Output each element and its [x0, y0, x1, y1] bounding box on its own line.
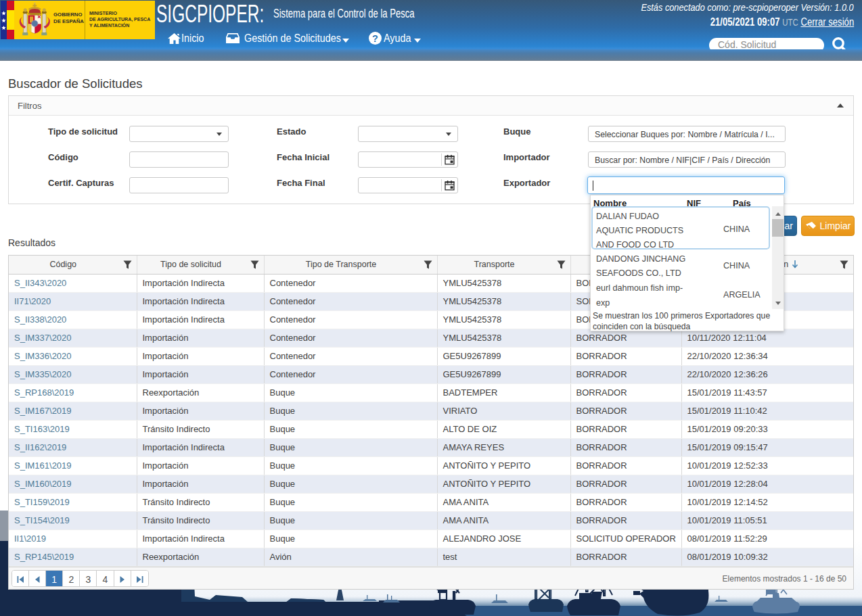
svg-text:?: ?	[372, 33, 378, 44]
